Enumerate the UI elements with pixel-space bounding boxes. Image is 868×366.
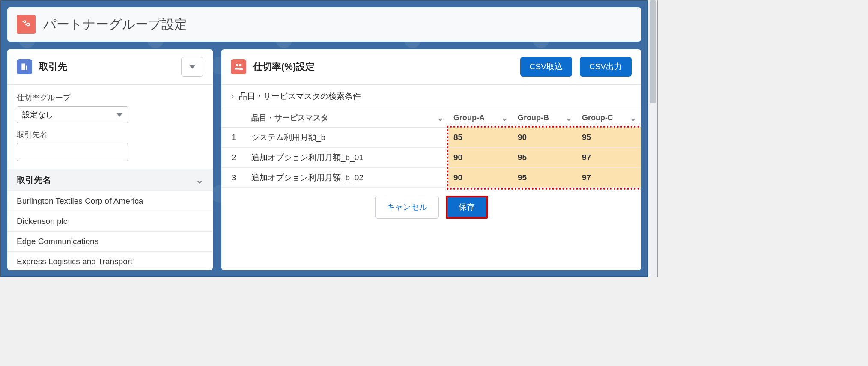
- account-name-input[interactable]: [17, 143, 128, 161]
- cell-group-b[interactable]: 95: [513, 168, 577, 188]
- app-window: パートナーグループ設定 取引先: [0, 0, 658, 277]
- list-item[interactable]: Burlington Textiles Corp of America: [7, 191, 213, 211]
- col-group-c-label: Group-C: [582, 113, 613, 122]
- building-icon: [17, 59, 32, 74]
- col-index: [221, 108, 246, 128]
- search-criteria-label: 品目・サービスマスタの検索条件: [239, 91, 361, 102]
- col-group-a[interactable]: Group-A ⌄: [448, 108, 513, 128]
- accounts-title: 取引先: [39, 60, 67, 73]
- cell-group-a[interactable]: 90: [448, 168, 513, 188]
- account-list-header-label: 取引先名: [17, 174, 51, 186]
- row-name: 追加オプション利用月額_b_01: [246, 148, 448, 168]
- app-background: パートナーグループ設定 取引先: [1, 1, 647, 276]
- account-filters: 仕切率グループ 設定なし 取引先名: [7, 85, 213, 169]
- col-name[interactable]: 品目・サービスマスタ ⌄: [246, 108, 448, 128]
- cell-group-c[interactable]: 97: [577, 168, 641, 188]
- chevron-down-icon[interactable]: ⌄: [437, 113, 444, 123]
- people-icon: [231, 59, 246, 74]
- csv-import-button[interactable]: CSV取込: [520, 57, 572, 77]
- rate-head: 仕切率(%)設定 CSV取込 CSV出力: [221, 49, 641, 85]
- rate-panel: 仕切率(%)設定 CSV取込 CSV出力 › 品目・サービスマスタの検索条件: [221, 49, 641, 270]
- save-button[interactable]: 保存: [447, 197, 486, 217]
- account-name-label: 取引先名: [17, 129, 203, 140]
- col-group-b-label: Group-B: [518, 113, 549, 122]
- page-title: パートナーグループ設定: [43, 16, 187, 33]
- scrollbar-thumb[interactable]: [650, 0, 656, 103]
- filter-group-value: 設定なし: [22, 110, 53, 120]
- col-group-a-label: Group-A: [453, 113, 485, 122]
- caret-down-icon: [116, 113, 122, 117]
- rate-footer: キャンセル 保存: [221, 188, 641, 228]
- col-name-label: 品目・サービスマスタ: [251, 113, 328, 122]
- table-row: 1 システム利用月額_b 85 90 95: [221, 128, 641, 148]
- row-index: 2: [221, 148, 246, 168]
- col-group-b[interactable]: Group-B ⌄: [513, 108, 577, 128]
- cell-group-b[interactable]: 90: [513, 128, 577, 148]
- rate-table: 品目・サービスマスタ ⌄ Group-A ⌄ Group-B: [221, 108, 641, 188]
- row-index: 3: [221, 168, 246, 188]
- filter-group-select[interactable]: 設定なし: [17, 106, 128, 123]
- chevron-down-icon[interactable]: ⌄: [501, 113, 508, 123]
- list-item[interactable]: Dickenson plc: [7, 211, 213, 232]
- annotation-save-frame: 保存: [446, 196, 488, 219]
- gears-icon: [17, 15, 36, 34]
- page-header: パートナーグループ設定: [7, 7, 641, 42]
- csv-export-button[interactable]: CSV出力: [580, 57, 632, 77]
- account-list: Burlington Textiles Corp of America Dick…: [7, 191, 213, 270]
- row-index: 1: [221, 128, 246, 148]
- chevron-down-icon: ⌄: [196, 175, 203, 186]
- accounts-panel: 取引先 仕切率グループ 設定なし 取引先名: [7, 49, 213, 270]
- cancel-button[interactable]: キャンセル: [375, 196, 439, 219]
- table-row: 2 追加オプション利用月額_b_01 90 95 97: [221, 148, 641, 168]
- body: 取引先 仕切率グループ 設定なし 取引先名: [1, 42, 647, 276]
- cell-group-c[interactable]: 97: [577, 148, 641, 168]
- row-name: 追加オプション利用月額_b_02: [246, 168, 448, 188]
- table-row: 3 追加オプション利用月額_b_02 90 95 97: [221, 168, 641, 188]
- rate-title: 仕切率(%)設定: [253, 60, 315, 73]
- accounts-menu-button[interactable]: [181, 57, 203, 77]
- chevron-right-icon: ›: [231, 91, 234, 102]
- cell-group-a[interactable]: 90: [448, 148, 513, 168]
- cell-group-b[interactable]: 95: [513, 148, 577, 168]
- account-list-header[interactable]: 取引先名 ⌄: [7, 169, 213, 191]
- caret-down-icon: [189, 65, 196, 69]
- accounts-head: 取引先: [7, 49, 213, 85]
- list-item[interactable]: Express Logistics and Transport: [7, 252, 213, 270]
- col-group-c[interactable]: Group-C ⌄: [577, 108, 641, 128]
- vertical-scrollbar[interactable]: [648, 0, 657, 277]
- cell-group-a[interactable]: 85: [448, 128, 513, 148]
- row-name: システム利用月額_b: [246, 128, 448, 148]
- chevron-down-icon[interactable]: ⌄: [629, 113, 637, 123]
- search-criteria-toggle[interactable]: › 品目・サービスマスタの検索条件: [221, 85, 641, 108]
- list-item[interactable]: Edge Communications: [7, 232, 213, 252]
- rate-table-wrap: 品目・サービスマスタ ⌄ Group-A ⌄ Group-B: [221, 108, 641, 188]
- app-content: パートナーグループ設定 取引先: [0, 0, 648, 277]
- filter-group-label: 仕切率グループ: [17, 92, 203, 103]
- chevron-down-icon[interactable]: ⌄: [565, 113, 573, 123]
- cell-group-c[interactable]: 95: [577, 128, 641, 148]
